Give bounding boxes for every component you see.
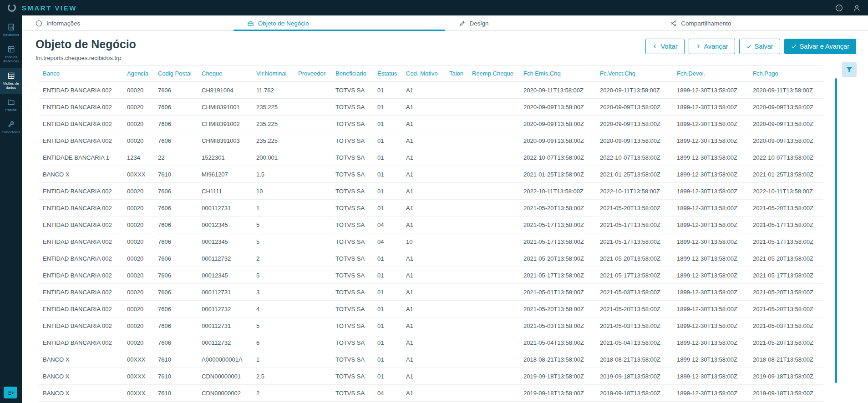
column-header-fch_pago[interactable]: Fch.Pago — [749, 65, 823, 82]
column-header-banco[interactable]: Banco — [39, 65, 123, 82]
cell-cod_motivo: A1 — [402, 368, 446, 385]
expand-sidebar-button[interactable] — [4, 387, 17, 398]
column-header-reemp_cheque[interactable]: Reemp.Cheque — [468, 65, 520, 82]
table-row[interactable]: BANCO X00XXX7610CDN000000012.5TOTVS SA01… — [39, 368, 823, 385]
cell-fc_venct_chq: 2021-05-20T13:58:00Z — [596, 250, 673, 267]
cell-cod_motivo: A1 — [402, 99, 446, 116]
cell-fc_venct_chq: 2021-05-20T13:58:00Z — [596, 200, 673, 217]
vertical-scrollbar[interactable] — [835, 78, 837, 383]
column-header-talon[interactable]: Talon — [446, 65, 468, 82]
info-icon[interactable] — [835, 4, 843, 12]
cell-agencia: 1234 — [123, 149, 154, 166]
table-row[interactable]: BANCO X00XXX7610MI9612071.5TOTVS SA01A12… — [39, 166, 823, 183]
cell-fch_devol: 1899-12-30T13:58:00Z — [673, 149, 749, 166]
cell-agencia: 00020 — [123, 250, 154, 267]
column-header-cod_motivo[interactable]: Cod. Motivo — [402, 65, 446, 82]
page-title: Objeto de Negócio — [36, 38, 136, 51]
cell-fch_pago: 2018-08-21T13:58:00Z — [749, 351, 823, 368]
table-row[interactable]: ENTIDADE BANCARIA 11234221522301200.001T… — [39, 149, 823, 166]
cell-beneficiario: TOTVS SA — [332, 99, 374, 116]
table-row[interactable]: ENTIDAD BANCARIA 002000207606CHMI8391001… — [39, 99, 823, 116]
cell-fc_venct_chq: 2021-05-04T13:58:00Z — [596, 334, 673, 351]
cell-proveedor — [294, 233, 332, 250]
sidebar-item-conectores[interactable]: Conectores — [0, 116, 22, 139]
cell-proveedor — [294, 116, 332, 132]
cell-beneficiario: TOTVS SA — [332, 200, 374, 217]
user-icon[interactable] — [853, 4, 861, 12]
table-row[interactable]: ENTIDAD BANCARIA 002000207606000123455TO… — [39, 267, 823, 284]
table-row[interactable]: ENTIDAD BANCARIA 0020002076060001127324T… — [39, 301, 823, 317]
tab-objeto-de-negocio[interactable]: Objeto de Negócio — [233, 15, 445, 31]
sidebar-item-pastas[interactable]: Pastas — [0, 94, 22, 116]
cell-cheque: CH8191004 — [198, 82, 253, 99]
cell-agencia: 00020 — [123, 334, 154, 351]
tab-informacoes[interactable]: Informações — [22, 15, 233, 31]
cell-fc_venct_chq: 2022-10-07T13:58:00Z — [596, 149, 673, 166]
table-row[interactable]: ENTIDAD BANCARIA 0020002076060001127322T… — [39, 250, 823, 267]
cell-cheque: 000112731 — [198, 200, 253, 217]
cell-fch_devol: 1899-12-30T13:58:00Z — [673, 301, 749, 317]
column-header-beneficiario[interactable]: Beneficiario — [332, 65, 374, 82]
cell-codig_postal: 7606 — [154, 301, 198, 317]
cell-codig_postal: 7606 — [154, 116, 198, 132]
table-row[interactable]: BANCO X00XXX7610CDN000000022TOTVS SA04A1… — [39, 385, 823, 402]
cell-cheque: 00012345 — [198, 217, 253, 233]
cell-fch_devol: 1899-12-30T13:58:00Z — [673, 132, 749, 149]
cell-fch_pago: 2019-09-18T13:58:00Z — [749, 385, 823, 402]
column-header-fch_devol[interactable]: Fch.Devol. — [673, 65, 749, 82]
cell-agencia: 00020 — [123, 317, 154, 334]
cell-proveedor — [294, 334, 332, 351]
table-row[interactable]: ENTIDAD BANCARIA 002000207606CHMI8391003… — [39, 132, 823, 149]
cell-banco: ENTIDAD BANCARIA 002 — [39, 99, 123, 116]
salvar-e-avancar-button[interactable]: Salvar e Avançar — [784, 39, 856, 54]
cell-vlr_nominal: 2 — [253, 385, 294, 402]
topbar-actions — [835, 4, 861, 12]
column-header-agencia[interactable]: Agencia — [123, 65, 154, 82]
cell-proveedor — [294, 368, 332, 385]
cell-fch_pago: 2019-09-18T13:58:00Z — [749, 368, 823, 385]
cell-fc_venct_chq: 2018-08-21T13:58:00Z — [596, 351, 673, 368]
sidebar-item-relatorios[interactable]: Relatórios — [0, 19, 22, 41]
share-icon — [670, 20, 677, 27]
cell-fc_venct_chq: 2021-05-20T13:58:00Z — [596, 301, 673, 317]
cell-fch_emis_chq: 2021-05-01T13:58:00Z — [520, 284, 596, 301]
table-row[interactable]: ENTIDAD BANCARIA 0020002076060001127315T… — [39, 317, 823, 334]
sidebar-item-label: Pastas — [5, 108, 16, 112]
cell-proveedor — [294, 217, 332, 233]
filter-button[interactable] — [842, 62, 857, 77]
sidebar-item-tabelas-dinamicas[interactable]: Tabelas dinâmicas — [0, 41, 22, 68]
app-logo — [7, 3, 16, 12]
cell-fc_venct_chq: 2021-05-03T13:58:00Z — [596, 284, 673, 301]
cell-codig_postal: 7606 — [154, 284, 198, 301]
cell-banco: ENTIDAD BANCARIA 002 — [39, 200, 123, 217]
tab-design[interactable]: Design — [445, 15, 657, 31]
table-row[interactable]: ENTIDAD BANCARIA 0020002076060001127311T… — [39, 200, 823, 217]
cell-vlr_nominal: 235.225 — [253, 116, 294, 132]
cell-fch_devol: 1899-12-30T13:58:00Z — [673, 317, 749, 334]
table-row[interactable]: ENTIDAD BANCARIA 0020002076060001127326T… — [39, 334, 823, 351]
salvar-button[interactable]: Salvar — [739, 39, 780, 54]
column-header-proveedor[interactable]: Proveedor — [294, 65, 332, 82]
column-header-fc_venct_chq[interactable]: Fc.Venct.Chq — [596, 65, 673, 82]
sidebar-item-visoes-de-dados[interactable]: Visões de dados — [0, 68, 22, 94]
cell-cod_motivo: A1 — [402, 166, 446, 183]
table-header-row: BancoAgenciaCodig PostalChequeVlr.Nomina… — [39, 65, 823, 82]
cell-banco: ENTIDAD BANCARIA 002 — [39, 334, 123, 351]
column-header-fch_emis_chq[interactable]: Fch Emis.Chq — [520, 65, 596, 82]
cell-reemp_cheque — [468, 301, 520, 317]
table-row[interactable]: ENTIDAD BANCARIA 0020002076060001127313T… — [39, 284, 823, 301]
tab-compartilhamento[interactable]: Compartilhamento — [656, 15, 868, 31]
column-header-vlr_nominal[interactable]: Vlr.Nominal — [253, 65, 294, 82]
avancar-button[interactable]: Avançar — [689, 39, 735, 54]
cell-beneficiario: TOTVS SA — [332, 267, 374, 284]
column-header-cheque[interactable]: Cheque — [198, 65, 253, 82]
table-row[interactable]: ENTIDAD BANCARIA 002000207606000123455TO… — [39, 233, 823, 250]
column-header-codig_postal[interactable]: Codig Postal — [154, 65, 198, 82]
table-row[interactable]: BANCO X00XXX7610A0000000001A1TOTVS SA01A… — [39, 351, 823, 368]
voltar-button[interactable]: Voltar — [645, 39, 685, 54]
table-row[interactable]: ENTIDAD BANCARIA 002000207606CH819100411… — [39, 82, 823, 99]
column-header-estatus[interactable]: Estatus — [374, 65, 402, 82]
table-row[interactable]: ENTIDAD BANCARIA 002000207606000123455TO… — [39, 217, 823, 233]
table-row[interactable]: ENTIDAD BANCARIA 002000207606CHMI8391002… — [39, 116, 823, 132]
table-row[interactable]: ENTIDAD BANCARIA 002000207606CH111110TOT… — [39, 183, 823, 200]
